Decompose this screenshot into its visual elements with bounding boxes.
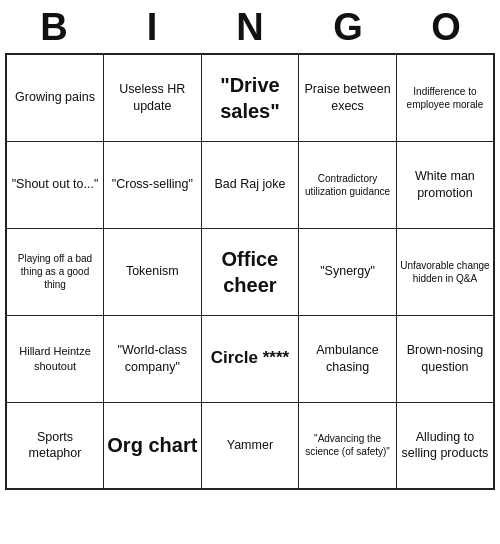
cell-r1-c2: Bad Raj joke [201,141,299,228]
cell-r3-c0: Hillard Heintze shoutout [6,315,104,402]
cell-r1-c3: Contradictory utilization guidance [299,141,397,228]
bingo-letter-g: G [303,6,393,49]
bingo-letter-o: O [401,6,491,49]
cell-r0-c3: Praise between execs [299,54,397,141]
cell-r4-c0: Sports metaphor [6,402,104,489]
bingo-letter-n: N [205,6,295,49]
cell-r4-c2: Yammer [201,402,299,489]
cell-r2-c1: Tokenism [104,228,202,315]
cell-r4-c4: Alluding to selling products [396,402,494,489]
cell-r0-c1: Useless HR update [104,54,202,141]
cell-r3-c1: "World-class company" [104,315,202,402]
cell-r1-c1: "Cross-selling" [104,141,202,228]
cell-r2-c3: "Synergy" [299,228,397,315]
cell-r1-c4: White man promotion [396,141,494,228]
bingo-title: BINGO [5,0,495,53]
cell-r3-c2: Circle **** [201,315,299,402]
cell-r0-c4: Indifference to employee morale [396,54,494,141]
bingo-letter-i: I [107,6,197,49]
bingo-grid: Growing painsUseless HR update"Drive sal… [5,53,495,490]
cell-r3-c4: Brown-nosing question [396,315,494,402]
cell-r4-c1: Org chart [104,402,202,489]
cell-r0-c2: "Drive sales" [201,54,299,141]
bingo-letter-b: B [9,6,99,49]
cell-r0-c0: Growing pains [6,54,104,141]
cell-r2-c0: Playing off a bad thing as a good thing [6,228,104,315]
cell-r2-c2: Office cheer [201,228,299,315]
cell-r4-c3: "Advancing the science (of safety)" [299,402,397,489]
cell-r2-c4: Unfavorable change hidden in Q&A [396,228,494,315]
cell-r3-c3: Ambulance chasing [299,315,397,402]
cell-r1-c0: "Shout out to..." [6,141,104,228]
